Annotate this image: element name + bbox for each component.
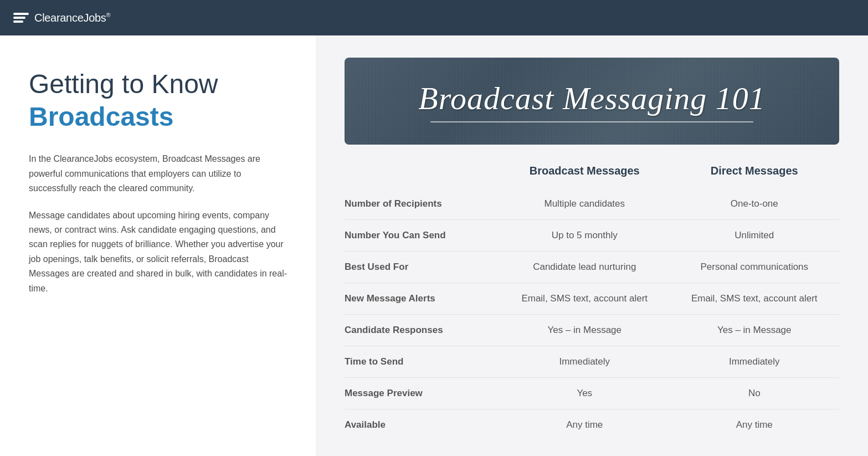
paragraph-2: Message candidates about upcoming hiring… bbox=[29, 208, 289, 296]
title-line1: Getting to Know bbox=[29, 69, 289, 99]
row-broadcast-5: Immediately bbox=[500, 356, 670, 367]
row-direct-3: Email, SMS text, account alert bbox=[670, 293, 840, 304]
left-panel: Getting to Know Broadcasts In the Cleara… bbox=[0, 35, 316, 456]
top-navigation: ClearanceJobs® bbox=[0, 0, 868, 35]
row-broadcast-2: Candidate lead nurturing bbox=[500, 262, 670, 273]
row-broadcast-4: Yes – in Message bbox=[500, 325, 670, 336]
row-broadcast-0: Multiple candidates bbox=[500, 198, 670, 209]
row-label-1: Number You Can Send bbox=[345, 230, 500, 241]
row-label-2: Best Used For bbox=[345, 262, 500, 273]
row-direct-1: Unlimited bbox=[670, 230, 840, 241]
table-body: Number of RecipientsMultiple candidatesO… bbox=[345, 188, 839, 440]
row-broadcast-1: Up to 5 monthly bbox=[500, 230, 670, 241]
row-label-6: Message Preview bbox=[345, 388, 500, 399]
chalkboard-header: Broadcast Messaging 101 bbox=[345, 58, 839, 145]
row-direct-7: Any time bbox=[670, 419, 840, 431]
table-row: New Message AlertsEmail, SMS text, accou… bbox=[345, 283, 839, 315]
page-title: Getting to Know Broadcasts bbox=[29, 69, 289, 132]
row-label-0: Number of Recipients bbox=[345, 198, 500, 209]
logo: ClearanceJobs® bbox=[13, 12, 110, 24]
row-label-3: New Message Alerts bbox=[345, 293, 500, 304]
row-broadcast-6: Yes bbox=[500, 388, 670, 399]
row-direct-5: Immediately bbox=[670, 356, 840, 367]
comparison-table: Broadcast Messages Direct Messages Numbe… bbox=[345, 165, 839, 440]
col-empty bbox=[345, 165, 500, 177]
table-row: Best Used ForCandidate lead nurturingPer… bbox=[345, 252, 839, 283]
row-direct-4: Yes – in Message bbox=[670, 325, 840, 336]
logo-icon bbox=[13, 13, 29, 23]
logo-text: ClearanceJobs® bbox=[34, 12, 110, 24]
table-header-row: Broadcast Messages Direct Messages bbox=[345, 165, 839, 184]
chalkboard-title: Broadcast Messaging 101 bbox=[361, 80, 823, 117]
col-header-broadcast: Broadcast Messages bbox=[500, 165, 670, 177]
title-line2: Broadcasts bbox=[29, 101, 289, 132]
chalkboard-underline bbox=[430, 121, 753, 122]
main-content: Getting to Know Broadcasts In the Cleara… bbox=[0, 35, 868, 456]
table-row: Number of RecipientsMultiple candidatesO… bbox=[345, 188, 839, 220]
paragraph-1: In the ClearanceJobs ecosystem, Broadcas… bbox=[29, 152, 289, 196]
row-broadcast-7: Any time bbox=[500, 419, 670, 431]
table-row: AvailableAny timeAny time bbox=[345, 409, 839, 440]
logo-light: Jobs bbox=[83, 12, 106, 24]
table-row: Time to SendImmediatelyImmediately bbox=[345, 346, 839, 378]
row-label-7: Available bbox=[345, 419, 500, 431]
table-row: Number You Can SendUp to 5 monthlyUnlimi… bbox=[345, 220, 839, 252]
row-direct-6: No bbox=[670, 388, 840, 399]
table-row: Candidate ResponsesYes – in MessageYes –… bbox=[345, 315, 839, 346]
table-row: Message PreviewYesNo bbox=[345, 378, 839, 409]
row-broadcast-3: Email, SMS text, account alert bbox=[500, 293, 670, 304]
right-panel: Broadcast Messaging 101 Broadcast Messag… bbox=[316, 35, 868, 456]
row-label-5: Time to Send bbox=[345, 356, 500, 367]
row-label-4: Candidate Responses bbox=[345, 325, 500, 336]
logo-trademark: ® bbox=[106, 12, 111, 18]
logo-bold: Clearance bbox=[34, 12, 83, 24]
col-header-direct: Direct Messages bbox=[670, 165, 840, 177]
left-body: In the ClearanceJobs ecosystem, Broadcas… bbox=[29, 152, 289, 296]
row-direct-2: Personal communications bbox=[670, 262, 840, 273]
row-direct-0: One-to-one bbox=[670, 198, 840, 209]
